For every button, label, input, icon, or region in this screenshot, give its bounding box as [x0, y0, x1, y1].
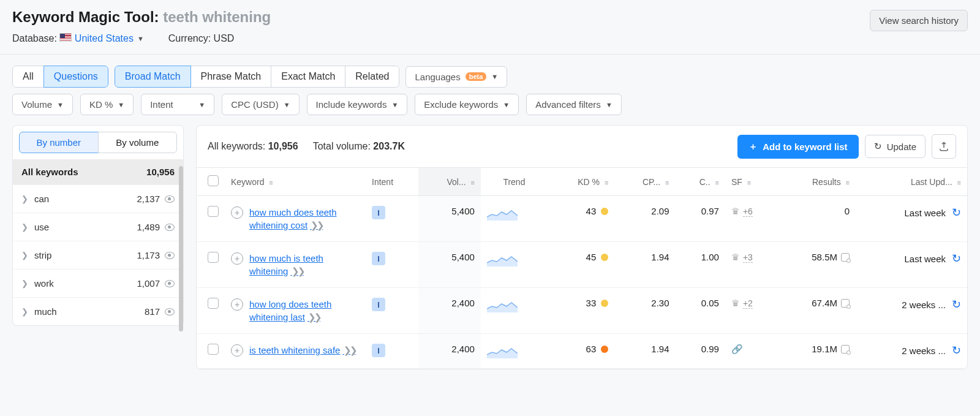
col-label: Results [812, 177, 841, 187]
chevron-right-icon: ❯❯ [290, 266, 303, 276]
row-checkbox[interactable] [208, 344, 219, 355]
all-keywords-count: 10,956 [146, 167, 175, 177]
sidebar-group-item[interactable]: ❯ use 1,489 [13, 213, 183, 241]
chevron-right-icon: ❯ [21, 251, 28, 260]
sort-by-volume-tab[interactable]: By volume [98, 132, 178, 153]
column-cpc[interactable]: CP... ≡ [614, 168, 675, 196]
sort-icon: ≡ [605, 179, 608, 186]
column-intent[interactable]: Intent [366, 168, 418, 196]
kd-filter[interactable]: KD %▼ [80, 94, 134, 115]
sidebar-group-item[interactable]: ❯ can 2,137 [13, 184, 183, 213]
add-to-keyword-list-button[interactable]: ＋ Add to keyword list [737, 135, 858, 159]
column-results[interactable]: Results ≡ [778, 168, 856, 196]
sidebar-group-item[interactable]: ❯ work 1,007 [13, 269, 183, 297]
refresh-icon[interactable]: ↻ [952, 298, 961, 311]
kd-difficulty-dot [601, 208, 608, 215]
table-row: + how long does teeth whitening last ❯❯ … [197, 288, 967, 334]
row-checkbox[interactable] [208, 206, 219, 217]
serp-features[interactable]: 🔗 [731, 344, 772, 355]
volume-value: 5,400 [418, 242, 481, 288]
page-title: Keyword Magic Tool: teeth whitening [12, 9, 968, 26]
serp-icon[interactable] [841, 299, 850, 308]
add-keyword-icon[interactable]: + [231, 252, 243, 265]
col-label: Keyword [231, 177, 264, 187]
add-keyword-icon[interactable]: + [231, 206, 243, 219]
group-name: much [34, 306, 57, 317]
keyword-link[interactable]: how much is teeth whitening ❯❯ [249, 252, 360, 278]
column-kd[interactable]: KD % ≡ [548, 168, 614, 196]
col-label: C.. [699, 177, 710, 187]
match-type-toggle: Broad Match Phrase Match Exact Match Rel… [115, 66, 400, 88]
languages-filter[interactable]: Languages beta ▼ [405, 66, 507, 88]
intent-filter[interactable]: Intent▼ [141, 94, 214, 115]
tab-broad-match[interactable]: Broad Match [115, 66, 191, 88]
group-count: 2,137 [137, 194, 160, 204]
update-button[interactable]: ↻ Update [865, 135, 925, 158]
tab-related[interactable]: Related [345, 66, 399, 88]
stat-value: 203.7K [373, 141, 405, 151]
tab-questions[interactable]: Questions [43, 66, 108, 88]
column-keyword[interactable]: Keyword ≡ [225, 168, 366, 196]
cpc-filter[interactable]: CPC (USD)▼ [222, 94, 299, 115]
advanced-filters[interactable]: Advanced filters▼ [526, 94, 622, 115]
sf-more[interactable]: +6 [743, 206, 753, 217]
serp-icon[interactable] [841, 345, 850, 354]
column-last-updated[interactable]: Last Upd... ≡ [856, 168, 967, 196]
row-checkbox[interactable] [208, 298, 219, 309]
database-selector[interactable]: Database: United States ▼ [12, 33, 144, 44]
chevron-right-icon: ❯ [21, 194, 28, 203]
eye-icon[interactable] [165, 195, 175, 203]
results-value: 58.5M [812, 252, 837, 262]
eye-icon[interactable] [165, 280, 175, 287]
sf-more[interactable]: +2 [743, 298, 753, 309]
exclude-keywords-filter[interactable]: Exclude keywords▼ [415, 94, 519, 115]
filter-label: CPC (USD) [231, 99, 279, 110]
serp-features[interactable]: ♛+3 [731, 252, 772, 263]
sidebar-group-item[interactable]: ❯ much 817 [13, 297, 183, 325]
group-name: strip [34, 250, 51, 260]
serp-features[interactable]: ♛+2 [731, 298, 772, 309]
eye-icon[interactable] [165, 252, 175, 259]
eye-icon[interactable] [165, 308, 175, 316]
row-checkbox[interactable] [208, 252, 219, 263]
sf-more[interactable]: +3 [743, 252, 753, 263]
crown-icon: ♛ [731, 298, 739, 309]
column-volume[interactable]: Vol... ≡ [418, 168, 481, 196]
intent-badge: I [372, 344, 385, 357]
table-row: + is teeth whitening safe ❯❯ I 2,400 63 … [197, 334, 967, 369]
cpc-value: 2.30 [614, 288, 675, 334]
keyword-link[interactable]: how long does teeth whitening last ❯❯ [249, 298, 360, 323]
serp-icon[interactable] [841, 253, 850, 262]
column-com[interactable]: C.. ≡ [676, 168, 725, 196]
tab-all[interactable]: All [12, 66, 44, 88]
add-keyword-icon[interactable]: + [231, 298, 243, 311]
serp-features[interactable]: ♛+6 [731, 206, 772, 217]
column-trend[interactable]: Trend [481, 168, 548, 196]
scrollbar[interactable] [179, 166, 183, 331]
kd-value: 33 [586, 298, 597, 308]
com-value: 0.05 [676, 288, 725, 334]
include-keywords-filter[interactable]: Include keywords▼ [307, 94, 408, 115]
all-keywords-group[interactable]: All keywords 10,956 [13, 159, 183, 184]
cpc-value: 1.94 [614, 334, 675, 369]
eye-icon[interactable] [165, 224, 175, 231]
sidebar-group-item[interactable]: ❯ strip 1,173 [13, 241, 183, 269]
export-button[interactable] [932, 134, 956, 159]
filter-label: Exclude keywords [424, 99, 498, 110]
volume-filter[interactable]: Volume▼ [12, 94, 73, 115]
tab-phrase-match[interactable]: Phrase Match [190, 66, 272, 88]
refresh-icon[interactable]: ↻ [952, 252, 961, 265]
tab-exact-match[interactable]: Exact Match [271, 66, 345, 88]
cpc-value: 1.94 [614, 242, 675, 288]
refresh-icon[interactable]: ↻ [952, 344, 961, 357]
view-history-button[interactable]: View search history [870, 10, 968, 31]
chevron-right-icon: ❯ [21, 307, 28, 316]
column-sf[interactable]: SF ≡ [725, 168, 778, 196]
refresh-icon[interactable]: ↻ [952, 206, 961, 219]
sort-icon: ≡ [470, 179, 474, 186]
sort-by-number-tab[interactable]: By number [19, 132, 99, 153]
keyword-link[interactable]: is teeth whitening safe ❯❯ [249, 344, 356, 357]
select-all-checkbox[interactable] [208, 175, 219, 186]
add-keyword-icon[interactable]: + [231, 344, 243, 357]
keyword-link[interactable]: how much does teeth whitening cost ❯❯ [249, 206, 360, 232]
